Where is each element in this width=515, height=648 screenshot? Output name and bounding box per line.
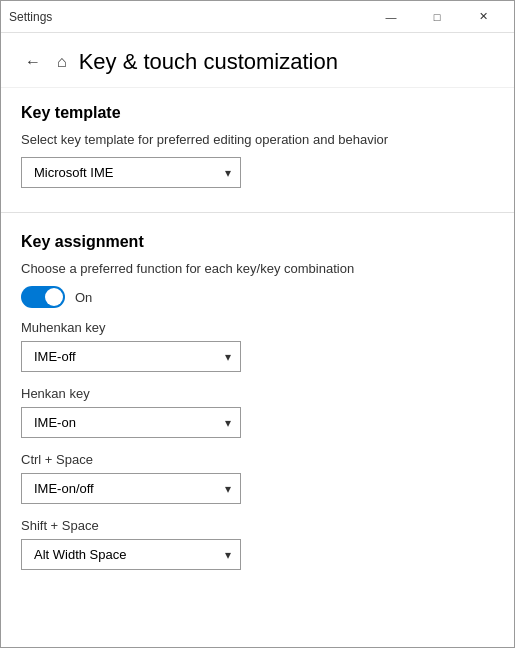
muhenkan-label: Muhenkan key [21, 320, 494, 335]
shift-space-label: Shift + Space [21, 518, 494, 533]
muhenkan-dropdown[interactable]: IME-off IME-on IME-on/off None [21, 341, 241, 372]
henkan-label: Henkan key [21, 386, 494, 401]
toggle-label: On [75, 290, 92, 305]
ctrl-space-label: Ctrl + Space [21, 452, 494, 467]
window-title: Settings [9, 10, 52, 24]
key-template-description: Select key template for preferred editin… [21, 132, 494, 147]
section-divider [1, 212, 514, 213]
page-title: Key & touch customization [79, 49, 338, 75]
key-assignment-section: Key assignment Choose a preferred functi… [1, 217, 514, 590]
home-icon: ⌂ [57, 53, 67, 71]
key-assignment-title: Key assignment [21, 233, 494, 251]
henkan-dropdown[interactable]: IME-off IME-on IME-on/off None [21, 407, 241, 438]
shift-space-dropdown[interactable]: Alt Width Space Width Space IME-off None [21, 539, 241, 570]
key-template-section: Key template Select key template for pre… [1, 88, 514, 208]
key-template-title: Key template [21, 104, 494, 122]
shift-space-dropdown-container: Alt Width Space Width Space IME-off None… [21, 539, 241, 570]
title-bar-controls: — □ ✕ [368, 1, 506, 33]
ctrl-space-dropdown-container: IME-off IME-on IME-on/off None ▾ [21, 473, 241, 504]
page-header: ← ⌂ Key & touch customization [1, 33, 514, 88]
content-area: ← ⌂ Key & touch customization Key templa… [1, 33, 514, 647]
back-icon: ← [25, 53, 41, 71]
henkan-dropdown-container: IME-off IME-on IME-on/off None ▾ [21, 407, 241, 438]
title-bar-left: Settings [9, 10, 368, 24]
close-button[interactable]: ✕ [460, 1, 506, 33]
key-assignment-toggle[interactable] [21, 286, 65, 308]
muhenkan-dropdown-container: IME-off IME-on IME-on/off None ▾ [21, 341, 241, 372]
key-assignment-description: Choose a preferred function for each key… [21, 261, 494, 276]
title-bar: Settings — □ ✕ [1, 1, 514, 33]
key-template-dropdown-container: Microsoft IME ATOK Custom ▾ [21, 157, 241, 188]
toggle-slider [21, 286, 65, 308]
toggle-row: On [21, 286, 494, 308]
back-button[interactable]: ← [21, 49, 45, 75]
minimize-button[interactable]: — [368, 1, 414, 33]
settings-window: Settings — □ ✕ ← ⌂ Key & touch customiza… [0, 0, 515, 648]
key-template-dropdown[interactable]: Microsoft IME ATOK Custom [21, 157, 241, 188]
maximize-button[interactable]: □ [414, 1, 460, 33]
ctrl-space-dropdown[interactable]: IME-off IME-on IME-on/off None [21, 473, 241, 504]
